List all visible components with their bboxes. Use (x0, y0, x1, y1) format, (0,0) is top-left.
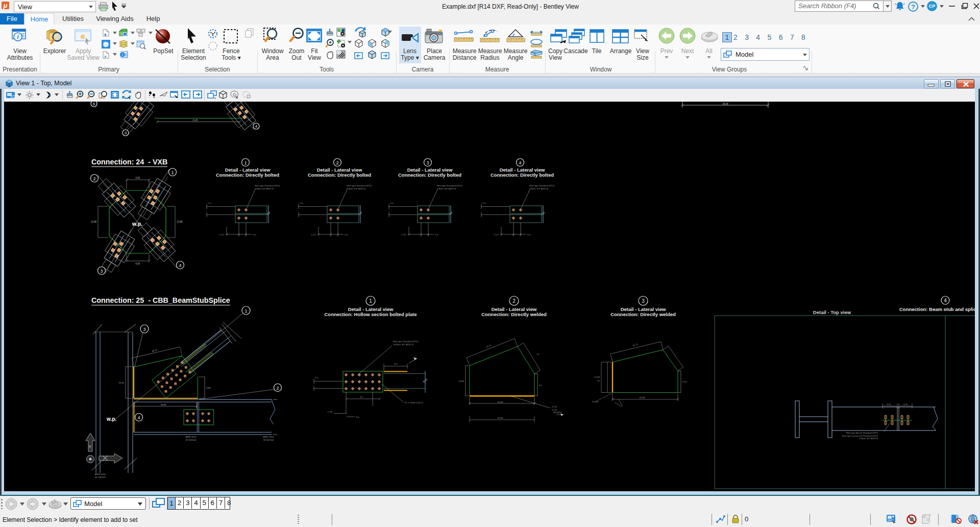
svg-text:?: ? (911, 3, 915, 11)
svg-text:3: 3 (125, 131, 127, 135)
svg-text:1: 1 (244, 160, 247, 165)
svg-text:3 in: 3 in (345, 233, 349, 236)
svg-text:.53: .53 (597, 379, 600, 382)
svg-text:13.88: 13.88 (458, 380, 464, 382)
svg-text:2 in: 2 in (390, 202, 394, 204)
svg-text:3 in: 3 in (356, 416, 360, 418)
svg-text:6: 6 (93, 102, 95, 106)
svg-text:4: 4 (944, 298, 947, 303)
svg-text:2: 2 (336, 160, 338, 165)
svg-text:W 16X100: W 16X100 (186, 439, 197, 441)
svg-text:Hole type Standard (STD): Hole type Standard (STD) (529, 184, 555, 187)
svg-text:2 in: 2 in (208, 202, 212, 204)
svg-text:1: 1 (369, 298, 372, 304)
svg-text:4 1/8: 4 1/8 (552, 409, 557, 411)
svg-text:4 Bolts 3/4" A325 N: 4 Bolts 3/4" A325 N (529, 187, 548, 190)
svg-text:3: 3 (143, 327, 145, 332)
svg-text:Connection: Directly bolted: Connection: Directly bolted (308, 172, 371, 178)
svg-text:1: 1 (244, 308, 247, 314)
svg-text:13.88: 13.88 (594, 376, 600, 378)
svg-text:w.p.: w.p. (132, 221, 142, 227)
svg-text:Hole type Standard (STD): Hole type Standard (STD) (437, 184, 462, 187)
svg-text:A992 Gr50: A992 Gr50 (95, 473, 106, 475)
svg-text:Hole type (connector) Standard: Hole type (connector) Standard (STD) (842, 435, 878, 437)
svg-text:Hole type Standard (STD): Hole type Standard (STD) (255, 184, 280, 187)
svg-text:i: i (122, 53, 123, 57)
svg-text:W 16X100: W 16X100 (263, 439, 274, 441)
svg-text:A992 Gr50: A992 Gr50 (186, 436, 197, 438)
svg-text:Hole type (beam) Standard (STD: Hole type (beam) Standard (STD) (846, 432, 878, 434)
svg-text:4: 4 (137, 415, 140, 420)
svg-text:1 1/8: 1 1/8 (327, 411, 332, 413)
svg-text:8.5: 8.5 (539, 384, 543, 387)
svg-text:4.50: 4.50 (887, 403, 891, 405)
svg-text:4 Bolts 3/4" A325 N: 4 Bolts 3/4" A325 N (437, 187, 456, 190)
svg-text:Hole type Standard (STD): Hole type Standard (STD) (347, 184, 372, 187)
svg-text:A992 Gr50: A992 Gr50 (263, 436, 274, 438)
svg-text:13.00: 13.00 (118, 381, 124, 384)
svg-text:49.88: 49.88 (498, 417, 503, 419)
svg-text:3 in: 3 in (253, 233, 257, 236)
svg-text:3 1/8: 3 1/8 (192, 119, 198, 122)
svg-text:43.88: 43.88 (640, 396, 645, 399)
svg-text:Connection: Directly bolted: Connection: Directly bolted (216, 172, 279, 178)
svg-text:9.88: 9.88 (206, 387, 211, 389)
svg-text:123: 123 (10, 94, 16, 98)
svg-text:W 14X109: W 14X109 (95, 476, 106, 478)
svg-text:4: 4 (255, 124, 258, 129)
svg-text:6.00: 6.00 (136, 177, 140, 179)
svg-text:2: 2 (93, 176, 95, 181)
svg-text:13.88: 13.88 (91, 221, 97, 223)
svg-text:33.72: 33.72 (632, 343, 639, 347)
svg-text:1 1/2: 1 1/2 (494, 233, 499, 236)
svg-text:1 1/2: 1 1/2 (311, 233, 316, 236)
svg-text:3: 3 (642, 298, 645, 304)
svg-text:Hole type Standard (STD): Hole type Standard (STD) (393, 340, 419, 343)
svg-text:8.44: 8.44 (682, 380, 687, 383)
svg-text:4 Bolts 3/4" A325 N: 4 Bolts 3/4" A325 N (255, 187, 274, 190)
svg-text:Y: Y (88, 444, 91, 449)
svg-text:W16X67: W16X67 (553, 411, 562, 414)
svg-text:4: 4 (179, 263, 181, 268)
svg-text:3: 3 (426, 160, 429, 165)
svg-text:3 in: 3 in (435, 233, 439, 236)
svg-text:4 Bolts 3/4" A325 N: 4 Bolts 3/4" A325 N (347, 187, 365, 190)
svg-text:Connection: Directly bolted: Connection: Directly bolted (491, 172, 554, 178)
svg-text:3 in: 3 in (315, 376, 319, 379)
svg-text:33.72: 33.72 (486, 344, 492, 348)
svg-text:38.12: 38.12 (152, 349, 158, 352)
svg-text:38.38: 38.38 (722, 103, 728, 105)
svg-text:38.88: 38.88 (161, 403, 166, 406)
svg-text:2 in: 2 in (482, 202, 486, 204)
svg-text:Connection: 24 - VXB: Connection: 24 - VXB (91, 158, 167, 166)
svg-text:Connection: 25 - CBB_BeamStub: Connection: 25 - CBB_BeamStubSplice (91, 296, 230, 304)
svg-text:2: 2 (276, 386, 279, 391)
svg-text:13.88: 13.88 (177, 221, 183, 223)
svg-text:1 1/2: 1 1/2 (219, 233, 224, 236)
svg-text:18 Bolts 3/4" A325 N: 18 Bolts 3/4" A325 N (393, 343, 413, 346)
svg-text:6.00: 6.00 (903, 403, 908, 405)
svg-text:Connection: Beam stub and spli: Connection: Beam stub and splice plates (899, 306, 975, 312)
svg-text:6.00: 6.00 (136, 262, 140, 265)
svg-text:Connection: Directly welded: Connection: Directly welded (610, 312, 676, 317)
svg-text:Detail - Top view: Detail - Top view (813, 309, 851, 315)
svg-text:Connection: Directly bolted: Connection: Directly bolted (398, 172, 461, 178)
svg-text:6 Bolts 3/4" A325 N: 6 Bolts 3/4" A325 N (860, 437, 878, 440)
svg-text:4: 4 (519, 160, 521, 165)
svg-text:Connection: Directly welded: Connection: Directly welded (481, 312, 547, 317)
svg-text:4 1/8: 4 1/8 (552, 405, 557, 408)
svg-text:1 1/2: 1 1/2 (401, 233, 406, 236)
svg-text:w.p.: w.p. (106, 416, 116, 422)
svg-text:3 in: 3 in (527, 233, 531, 236)
svg-text:1: 1 (171, 170, 174, 175)
svg-text:2: 2 (512, 298, 516, 304)
svg-text:13: 13 (536, 353, 539, 355)
svg-text:4.5: 4.5 (360, 396, 363, 398)
svg-text:2 in: 2 in (300, 202, 304, 204)
svg-text:8 in: 8 in (394, 363, 398, 365)
svg-text:PL 1 1/8x8 1/4x0 9: PL 1 1/8x8 1/4x0 9 (405, 401, 423, 404)
svg-text:3: 3 (100, 269, 103, 274)
svg-text:Connection: Hollow section bol: Connection: Hollow section bolted plate (324, 312, 416, 317)
svg-text:43.88: 43.88 (498, 401, 503, 403)
